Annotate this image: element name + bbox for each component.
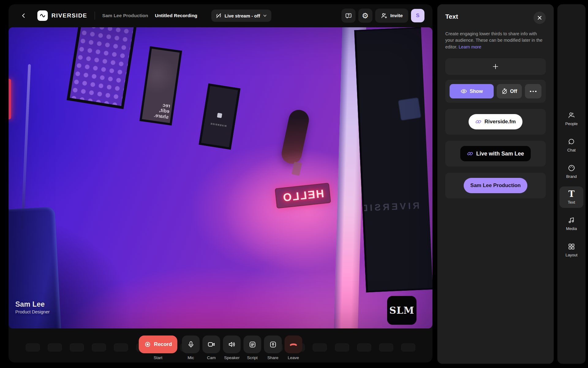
topbar-right-group: ? ⚙ Invite S <box>341 9 424 23</box>
visibility-controls-card: Show Off <box>445 80 546 103</box>
share-icon <box>269 341 277 348</box>
participant-title: Product Designer <box>15 309 50 314</box>
svg-text:?: ? <box>347 13 349 17</box>
back-button[interactable] <box>17 9 31 23</box>
off-label: Off <box>510 89 517 94</box>
chevron-down-icon <box>263 13 267 18</box>
participant-name: Sam Lee <box>15 300 50 309</box>
gear-icon: ⚙ <box>362 12 368 20</box>
speaker-icon <box>228 340 236 348</box>
hello-neon-sign: HELLO <box>275 183 331 209</box>
panel-header: Text <box>445 12 546 24</box>
record-label: Record <box>154 341 172 347</box>
brand-wordmark: RIVERSIDE <box>51 12 87 19</box>
speaker-button[interactable] <box>223 335 241 353</box>
link-icon <box>475 119 481 125</box>
main-stage: RIVERSIDE Sam Lee Production Untitled Re… <box>9 4 432 362</box>
eye-icon <box>461 88 467 94</box>
lower-third-option-riverside[interactable]: Riverside.fm <box>445 109 546 135</box>
cam-item: Cam <box>202 335 220 360</box>
ellipsis-icon <box>530 91 531 92</box>
record-item: Record Start <box>139 335 177 360</box>
more-options-button[interactable] <box>525 84 541 98</box>
chat-icon <box>567 138 575 146</box>
cam-button[interactable] <box>202 335 220 353</box>
breadcrumb-recording[interactable]: Untitled Recording <box>155 13 198 18</box>
close-panel-button[interactable] <box>533 12 546 24</box>
poster-logo-mark <box>217 113 222 118</box>
script-button[interactable] <box>243 335 261 353</box>
brand-badge: SLM <box>387 296 417 325</box>
leave-phone-icon <box>289 340 298 349</box>
close-icon <box>537 15 542 20</box>
speaker-item: Speaker <box>223 335 241 360</box>
script-item: Script <box>243 335 261 360</box>
sidebar-item-text[interactable]: T Text <box>560 186 583 208</box>
top-bar: RIVERSIDE Sam Lee Production Untitled Re… <box>9 4 432 27</box>
live-stream-label: Live stream - off <box>224 13 260 18</box>
add-lower-third-button[interactable] <box>445 58 546 75</box>
sidebar-item-people[interactable]: People <box>560 107 583 129</box>
sidebar-item-chat[interactable]: Chat <box>560 134 583 156</box>
lower-third-pill[interactable]: Sam Lee Production <box>464 178 527 193</box>
text-panel: Text Create engaging lower thirds to sha… <box>437 4 554 364</box>
panel-description: Create engaging lower thirds to share in… <box>445 31 546 50</box>
wall-poster-pattern: RIVERSIDE <box>67 27 138 109</box>
invite-button[interactable]: Invite <box>375 9 408 23</box>
link-icon <box>467 151 473 157</box>
learn-more-link[interactable]: Learn more <box>459 44 481 49</box>
skateboard <box>280 108 311 166</box>
mic-item: Mic <box>182 335 200 360</box>
people-icon <box>567 111 575 119</box>
lower-third-pill[interactable]: Live with Sam Lee <box>460 146 531 161</box>
share-button[interactable] <box>264 335 282 353</box>
share-item: Share <box>264 335 282 360</box>
live-stream-off-icon <box>216 13 222 19</box>
settings-button[interactable]: ⚙ <box>358 9 372 23</box>
show-button[interactable]: Show <box>450 84 494 98</box>
lower-third-option-live[interactable]: Live with Sam Lee <box>445 141 546 167</box>
frame-logo-mark <box>398 98 421 121</box>
record-button[interactable]: Record <box>139 335 177 353</box>
avatar[interactable]: S <box>411 9 424 22</box>
large-dark-frame: RIVERSIDE <box>354 27 432 293</box>
plus-icon <box>492 63 499 70</box>
cam-icon <box>207 340 215 348</box>
sidebar-item-layout[interactable]: Layout <box>560 239 583 261</box>
wall-poster-rec-edit-share: recedit,share. <box>139 46 182 125</box>
record-icon <box>144 341 151 348</box>
help-button[interactable]: ? <box>341 9 356 23</box>
avatar-initial: S <box>416 13 419 19</box>
mic-icon <box>187 341 195 348</box>
mic-button[interactable] <box>182 335 200 353</box>
text-icon: T <box>568 190 575 198</box>
lower-third-option-production[interactable]: Sam Lee Production <box>445 173 546 198</box>
show-label: Show <box>470 89 483 94</box>
timer-off-button[interactable]: Off <box>497 84 522 98</box>
video-feed: RIVERSIDE recedit,share. RIVERSIDE HELLO… <box>9 27 432 328</box>
skateboard-mount <box>292 162 302 176</box>
timer-off-icon <box>501 88 508 94</box>
sidebar-item-brand[interactable]: Brand <box>560 160 583 182</box>
help-icon: ? <box>345 12 352 19</box>
script-icon <box>249 341 256 348</box>
riverside-logo-icon[interactable] <box>37 10 48 21</box>
divider <box>95 12 95 20</box>
left-neon-sliver <box>9 79 11 119</box>
sidebar-item-media[interactable]: Media <box>560 212 583 234</box>
layout-grid-icon <box>567 243 575 251</box>
leave-item: Leave <box>285 335 302 360</box>
wall-poster-logo: RIVERSIDE <box>199 83 240 150</box>
music-note-icon <box>567 216 575 224</box>
lower-third-pill[interactable]: Riverside.fm <box>469 114 522 129</box>
invite-label: Invite <box>390 13 403 18</box>
live-stream-dropdown[interactable]: Live stream - off <box>211 10 271 22</box>
call-toolbar: Record Start Mic Cam <box>9 335 432 360</box>
breadcrumb-production[interactable]: Sam Lee Production <box>102 13 148 18</box>
record-sub-label: Start <box>154 355 163 360</box>
palette-icon <box>567 164 575 172</box>
lower-third: Sam Lee Product Designer <box>15 300 50 314</box>
leave-button[interactable] <box>285 335 302 353</box>
lamp-pole <box>21 64 31 230</box>
invite-person-plus-icon <box>381 12 387 19</box>
